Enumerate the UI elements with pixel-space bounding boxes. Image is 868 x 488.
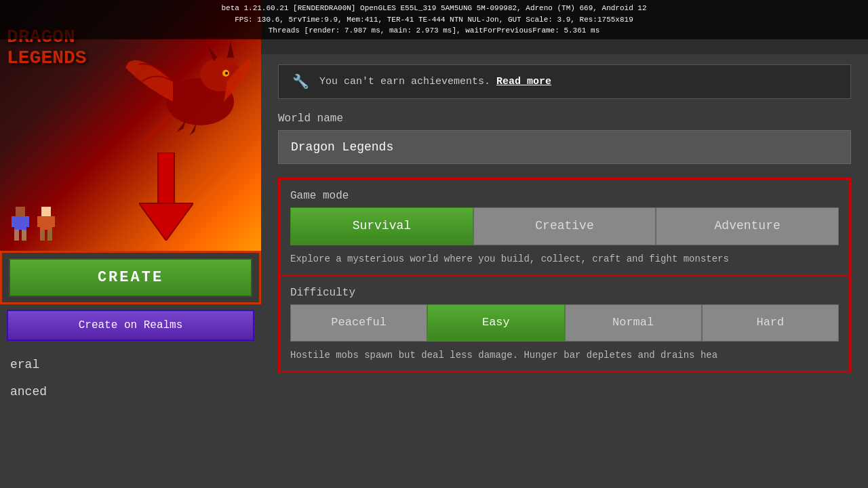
debug-line3: Threads [render: 7.987 ms, main: 2.973 m… bbox=[5, 25, 863, 37]
character-2-icon bbox=[36, 207, 56, 241]
diff-btn-easy[interactable]: Easy bbox=[427, 304, 564, 342]
difficulty-buttons: Peaceful Easy Normal Hard bbox=[290, 304, 839, 342]
svg-rect-13 bbox=[51, 216, 55, 227]
difficulty-description: Hostile mobs spawn but deal less damage.… bbox=[290, 350, 839, 361]
debug-line2: FPS: 130.6, 5rvTime:9.9, Mem:411, TER-41… bbox=[5, 14, 863, 26]
left-panel: DRAGON LEGENDS bbox=[0, 0, 261, 488]
achievements-message: You can't earn achievements. bbox=[319, 76, 490, 87]
diff-btn-peaceful[interactable]: Peaceful bbox=[290, 304, 427, 342]
difficulty-section: Difficulty Peaceful Easy Normal Hard Hos… bbox=[278, 277, 851, 373]
svg-marker-17 bbox=[139, 203, 193, 241]
svg-rect-10 bbox=[41, 207, 51, 216]
game-mode-label: Game mode bbox=[290, 190, 839, 202]
world-name-label: World name bbox=[278, 113, 851, 125]
nav-item-general[interactable]: eral bbox=[10, 354, 251, 375]
left-nav: eral anced bbox=[0, 344, 261, 412]
svg-rect-6 bbox=[12, 216, 16, 227]
debug-line1: beta 1.21.60.21 [RENDERDRA00N] OpenGLES … bbox=[5, 3, 863, 14]
create-button-container: CREATE bbox=[0, 251, 261, 304]
arrow-down-indicator bbox=[139, 152, 193, 244]
svg-rect-16 bbox=[158, 152, 174, 207]
create-button[interactable]: CREATE bbox=[9, 258, 252, 297]
achievements-read-more-link[interactable]: Read more bbox=[496, 76, 551, 87]
character-1-icon bbox=[10, 207, 31, 241]
characters-area bbox=[10, 207, 56, 241]
achievements-bar: 🔧 You can't earn achievements. Read more bbox=[278, 64, 851, 99]
svg-rect-12 bbox=[37, 216, 41, 227]
diff-btn-hard[interactable]: Hard bbox=[702, 304, 839, 342]
debug-bar: beta 1.21.60.21 [RENDERDRA00N] OpenGLES … bbox=[0, 0, 868, 39]
svg-rect-7 bbox=[25, 216, 29, 227]
mode-btn-survival[interactable]: Survival bbox=[290, 207, 473, 245]
game-mode-description: Explore a mysterious world where you bui… bbox=[290, 253, 839, 264]
svg-rect-11 bbox=[40, 216, 52, 230]
svg-rect-15 bbox=[47, 230, 52, 241]
game-mode-section: Game mode Survival Creative Adventure Ex… bbox=[278, 178, 851, 277]
difficulty-label: Difficulty bbox=[290, 287, 839, 299]
svg-rect-9 bbox=[22, 230, 26, 241]
right-panel: 🔧 You can't earn achievements. Read more… bbox=[261, 54, 868, 488]
game-mode-buttons: Survival Creative Adventure bbox=[290, 207, 839, 245]
achievements-icon: 🔧 bbox=[292, 73, 309, 90]
diff-btn-normal[interactable]: Normal bbox=[565, 304, 702, 342]
achievements-text: You can't earn achievements. Read more bbox=[319, 76, 551, 87]
create-on-realms-button[interactable]: Create on Realms bbox=[7, 310, 254, 341]
mode-btn-creative[interactable]: Creative bbox=[473, 207, 656, 245]
svg-rect-14 bbox=[40, 230, 45, 241]
svg-rect-4 bbox=[16, 207, 25, 216]
nav-item-advanced[interactable]: anced bbox=[10, 382, 251, 402]
mode-btn-adventure[interactable]: Adventure bbox=[656, 207, 839, 245]
svg-point-3 bbox=[225, 72, 228, 75]
svg-rect-5 bbox=[14, 216, 26, 230]
world-name-input[interactable] bbox=[278, 130, 851, 164]
svg-rect-8 bbox=[14, 230, 19, 241]
